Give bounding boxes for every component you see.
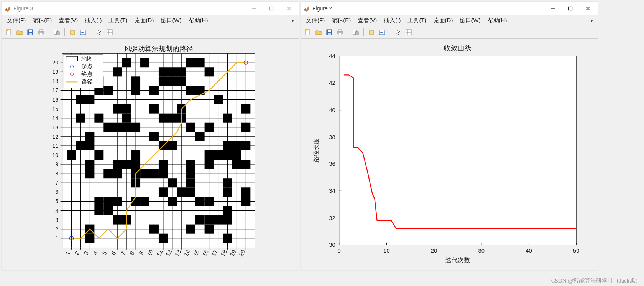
svg-text:9: 9 <box>55 161 58 167</box>
pointer-icon[interactable] <box>94 28 104 37</box>
menu-insert[interactable]: 插入(I) <box>381 16 403 25</box>
svg-rect-287 <box>339 56 576 245</box>
rotate-icon[interactable] <box>68 28 77 37</box>
svg-rect-275 <box>328 33 331 35</box>
svg-text:3: 3 <box>55 217 58 223</box>
svg-text:1: 1 <box>64 250 71 256</box>
linked-plot-icon[interactable] <box>79 28 88 37</box>
inspector-icon[interactable] <box>105 28 114 37</box>
minimize-button[interactable] <box>245 2 263 15</box>
svg-text:17: 17 <box>52 87 59 93</box>
svg-text:4: 4 <box>92 250 99 256</box>
menu-bar: 文件(F) 编辑(E) 查看(V) 插入(I) 工具(T) 桌面(D) 窗口(W… <box>301 15 598 26</box>
maximize-button[interactable] <box>562 2 579 15</box>
svg-text:18: 18 <box>219 249 228 258</box>
svg-rect-268 <box>569 7 572 10</box>
menu-edit[interactable]: 编辑(E) <box>30 16 54 25</box>
svg-text:17: 17 <box>210 249 219 258</box>
axes-convergence[interactable]: 010203040503032343638404244收敛曲线迭代次数路径长度 <box>301 39 598 270</box>
svg-text:8: 8 <box>55 170 58 177</box>
svg-text:15: 15 <box>52 106 59 112</box>
menu-view[interactable]: 查看(V) <box>355 16 380 25</box>
minimize-button[interactable] <box>544 2 562 15</box>
svg-text:15: 15 <box>192 249 200 258</box>
svg-text:风驱动算法规划的路径: 风驱动算法规划的路径 <box>124 45 193 53</box>
svg-rect-16 <box>107 30 112 35</box>
inspector-icon[interactable] <box>404 28 413 37</box>
rotate-icon[interactable] <box>367 28 376 37</box>
window-title: Figure 3 <box>13 5 33 12</box>
menu-edit[interactable]: 编辑(E) <box>329 16 353 25</box>
svg-text:2: 2 <box>73 250 80 256</box>
menu-desktop[interactable]: 桌面(D) <box>132 16 157 25</box>
matlab-icon <box>4 5 11 12</box>
figure-window-3: Figure 3 文件(F) 编辑(E) 查看(V) 插入(I) 工具(T) 桌… <box>2 2 299 270</box>
axes-grid-map[interactable]: 1234567891011121314151617181920123456789… <box>2 39 299 270</box>
new-figure-icon[interactable] <box>303 28 312 37</box>
svg-text:12: 12 <box>52 133 59 140</box>
menu-window[interactable]: 窗口(W) <box>158 16 184 25</box>
close-button[interactable] <box>280 2 298 15</box>
page-print-icon[interactable] <box>52 28 61 37</box>
svg-rect-14 <box>70 31 75 34</box>
svg-text:44: 44 <box>329 53 335 59</box>
svg-rect-281 <box>369 31 374 34</box>
save-icon[interactable] <box>26 28 35 37</box>
menu-tools[interactable]: 工具(T) <box>405 16 429 25</box>
svg-text:16: 16 <box>201 249 210 258</box>
svg-rect-280 <box>355 32 358 35</box>
svg-text:11: 11 <box>155 249 164 258</box>
open-icon[interactable] <box>314 28 323 37</box>
svg-text:11: 11 <box>52 142 59 149</box>
print-icon[interactable] <box>36 28 46 37</box>
menu-tools[interactable]: 工具(T) <box>106 16 130 25</box>
menu-help[interactable]: 帮助(H) <box>485 16 510 25</box>
svg-rect-283 <box>406 30 411 35</box>
svg-text:5: 5 <box>101 250 108 256</box>
menu-desktop[interactable]: 桌面(D) <box>431 16 456 25</box>
menu-file[interactable]: 文件(F) <box>303 16 327 25</box>
menu-view[interactable]: 查看(V) <box>56 16 80 25</box>
svg-text:13: 13 <box>173 249 182 258</box>
save-icon[interactable] <box>325 28 334 37</box>
svg-text:终点: 终点 <box>81 71 93 77</box>
window-title: Figure 2 <box>312 5 332 12</box>
menu-window[interactable]: 窗口(W) <box>457 16 483 25</box>
svg-rect-274 <box>328 30 331 32</box>
svg-text:32: 32 <box>329 215 335 221</box>
csdn-watermark: CSDN @智能算法研学社（Jack旭） <box>551 277 641 284</box>
svg-rect-1 <box>270 7 273 10</box>
svg-text:30: 30 <box>329 241 335 248</box>
maximize-button[interactable] <box>263 2 280 15</box>
svg-rect-7 <box>29 30 32 32</box>
menu-insert[interactable]: 插入(I) <box>82 16 104 25</box>
title-bar[interactable]: Figure 3 <box>2 2 299 15</box>
print-icon[interactable] <box>335 28 345 37</box>
svg-text:6: 6 <box>55 188 58 195</box>
svg-text:19: 19 <box>52 68 59 75</box>
svg-text:12: 12 <box>164 249 173 258</box>
menu-overflow-icon[interactable]: ▾ <box>588 17 595 23</box>
menu-file[interactable]: 文件(F) <box>4 16 28 25</box>
svg-text:18: 18 <box>52 78 59 84</box>
svg-text:16: 16 <box>52 96 59 103</box>
page-print-icon[interactable] <box>351 28 360 37</box>
menu-overflow-icon[interactable]: ▾ <box>289 17 296 23</box>
title-bar[interactable]: Figure 2 <box>301 2 598 15</box>
figure-window-2: Figure 2 文件(F) 编辑(E) 查看(V) 插入(I) 工具(T) 桌… <box>301 2 598 270</box>
svg-text:7: 7 <box>55 179 58 186</box>
svg-text:42: 42 <box>329 79 335 86</box>
svg-text:收敛曲线: 收敛曲线 <box>444 44 472 52</box>
svg-rect-11 <box>39 33 43 35</box>
svg-text:20: 20 <box>238 249 246 258</box>
new-figure-icon[interactable] <box>4 28 13 37</box>
linked-plot-icon[interactable] <box>378 28 387 37</box>
menu-help[interactable]: 帮助(H) <box>186 16 211 25</box>
svg-rect-277 <box>338 30 342 31</box>
pointer-icon[interactable] <box>393 28 402 37</box>
close-button[interactable] <box>579 2 597 15</box>
svg-text:8: 8 <box>128 250 136 256</box>
svg-text:38: 38 <box>329 134 335 140</box>
svg-rect-13 <box>56 32 59 35</box>
open-icon[interactable] <box>15 28 24 37</box>
